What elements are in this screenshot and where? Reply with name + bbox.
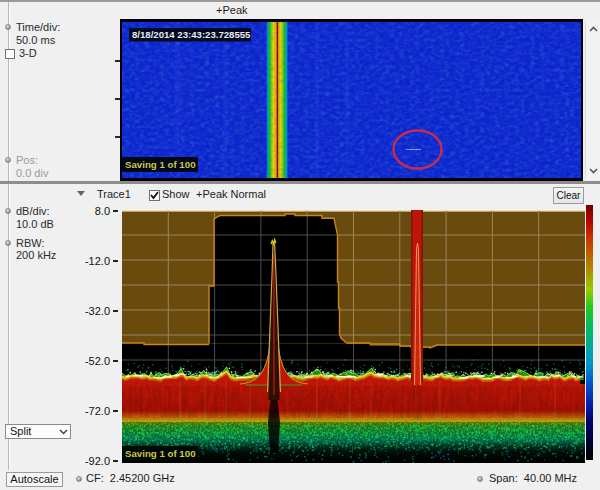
svg-text:8/18/2014 23:43:23.728555: 8/18/2014 23:43:23.728555 (132, 29, 251, 40)
svg-text:Saving 1 of 100: Saving 1 of 100 (125, 448, 196, 459)
svg-text:Saving 1 of 100: Saving 1 of 100 (125, 159, 196, 170)
